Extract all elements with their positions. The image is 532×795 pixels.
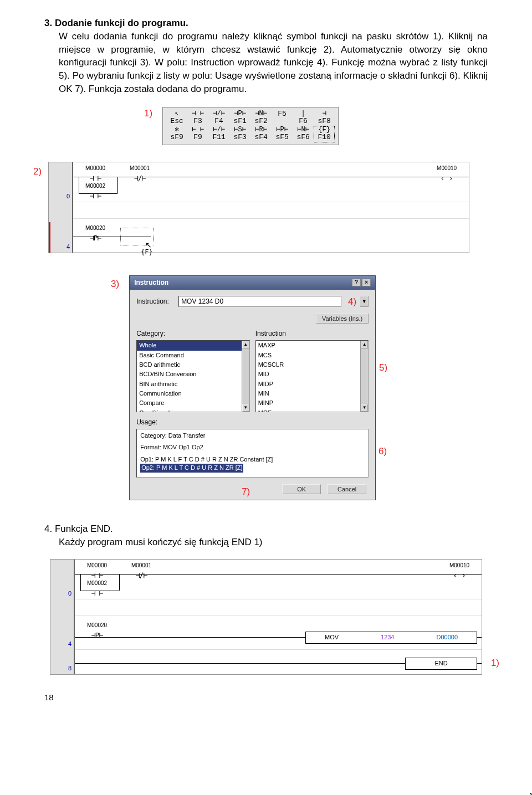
category-list[interactable]: Whole Basic Command BCD arithmetic BCD/B… (136, 340, 250, 412)
instruction-dialog: Instruction ? × Instruction: 4) ▼ Variab… (129, 275, 376, 500)
tb-btn-f9[interactable]: ⊢ ⊢F9 (187, 126, 208, 142)
annotation-2: 2) (33, 165, 42, 178)
tb-btn-f4[interactable]: ⊣/⊢F4 (208, 110, 229, 126)
section-title: 3. Dodanie funkcji do programu. (44, 18, 188, 28)
annotation-1b: 1) (491, 656, 499, 670)
annotation-6: 6) (378, 445, 387, 458)
contact-no[interactable]: M00000⊣ ⊢ (79, 165, 112, 183)
usage-label: Usage: (136, 418, 369, 427)
tb-btn-f5[interactable]: F5 (272, 110, 293, 126)
scrollbar[interactable]: ▲▼ (242, 341, 249, 412)
tb-btn-sf5[interactable]: ⊢P⊢sF5 (272, 126, 293, 142)
list-item[interactable]: Compare (137, 398, 249, 408)
list-item[interactable]: Communication (137, 389, 249, 398)
edit-marker (49, 222, 50, 253)
tb-btn-f6[interactable]: |F6 (293, 110, 314, 126)
mov-function[interactable]: MOV 1234 D00000 (305, 632, 477, 644)
section-body: W celu dodania funkcji do programu należ… (59, 30, 488, 96)
rung-number: 4 (49, 222, 73, 253)
f-label: {F} (141, 248, 153, 257)
tb-btn-f3[interactable]: ⊣ ⊢F3 (187, 110, 208, 126)
output-coil[interactable]: M00010‹ › (430, 165, 463, 183)
scrollbar[interactable]: ▲▼ (360, 341, 368, 412)
category-label: Category: (136, 329, 250, 338)
rung-body[interactable]: M00000⊣ ⊢ M00001⊣∕⊢ M00002⊣ ⊢ M00010‹ › (75, 560, 482, 599)
instruction-list[interactable]: MAXP MCS MCSCLR MID MIDP MIN MINP MOF MO… (255, 340, 369, 412)
tb-btn-sf6[interactable]: ⊢N⊢sF6 (293, 126, 314, 142)
tb-btn-sf3[interactable]: ⊢S⊢sF3 (229, 126, 250, 142)
rung-number: 8 (50, 650, 75, 674)
usage-line: Category: Data Transfer (140, 432, 365, 440)
list-item[interactable]: MCS (256, 351, 369, 360)
contact-p[interactable]: M00020⊣P⊢ (79, 224, 112, 243)
tb-btn-sf8[interactable]: ⊣sF8 (314, 110, 335, 126)
rung-body[interactable] (73, 202, 469, 219)
instruction-input[interactable] (178, 296, 341, 307)
annotation-1: 1) (144, 107, 152, 120)
list-item[interactable]: Conditional jump (137, 408, 249, 412)
list-item[interactable]: MINP (256, 398, 369, 408)
list-item[interactable]: Whole (137, 341, 249, 350)
list-item[interactable]: MAXP (256, 341, 369, 350)
rung-body[interactable]: M00020⊣P⊢ ↖ {F} (73, 222, 469, 253)
shortcut-toolbar: ↖Esc ⊣ ⊢F3 ⊣/⊢F4 ⊣P⊢sF1 ⊣N⊢sF2 F5 |F6 ⊣s… (162, 107, 339, 145)
list-item[interactable]: Basic Command (137, 351, 249, 360)
ladder-editor-2[interactable]: 0 M00000⊣ ⊢ M00001⊣∕⊢ M00002⊣ ⊢ M00010‹ … (48, 162, 469, 253)
annotation-4: 4) (348, 295, 356, 309)
usage-box: Category: Data Transfer Format: MOV Op1 … (136, 429, 369, 478)
rung-blank (50, 599, 75, 619)
annotation-5: 5) (379, 361, 387, 375)
dialog-title-text: Instruction (134, 278, 168, 288)
list-item[interactable]: BCD arithmetic (137, 360, 249, 370)
close-button[interactable]: × (362, 279, 371, 286)
tb-btn-esc[interactable]: ↖Esc (166, 110, 187, 126)
section4-body: Każdy program musi kończyć się funkcją E… (59, 536, 488, 549)
contact-nc[interactable]: M00001⊣∕⊢ (123, 165, 156, 183)
dialog-titlebar[interactable]: Instruction ? × (130, 276, 375, 290)
rung-number: 0 (49, 162, 73, 202)
tb-btn-f11[interactable]: ⊢/⊢F11 (208, 126, 229, 142)
func-op: MOV (325, 633, 339, 642)
contact-no[interactable]: M00002⊣ ⊢ (80, 579, 114, 598)
instruction-label: Instruction: (136, 297, 175, 306)
tb-btn-sf1[interactable]: ⊣P⊢sF1 (229, 110, 250, 126)
scroll-up-icon[interactable]: ▲ (242, 341, 249, 348)
section4-title: 4. Funkcja END. (44, 522, 488, 536)
list-item[interactable]: MIN (256, 389, 369, 398)
list-item[interactable]: BIN arithmetic (137, 379, 249, 389)
end-function[interactable]: END (405, 658, 477, 670)
ok-button[interactable]: OK (282, 484, 321, 494)
tb-btn-sf9[interactable]: ✻sF9 (166, 126, 187, 142)
rung-number: 0 (50, 560, 75, 599)
contact-p[interactable]: M00020⊣P⊢ (80, 622, 114, 640)
annotation-3: 3) (111, 278, 119, 291)
output-coil[interactable]: M00010‹ › (443, 562, 476, 581)
list-item[interactable]: BCD/BIN Conversion (137, 370, 249, 379)
rung-body[interactable]: M00000⊣ ⊢ M00001⊣∕⊢ M00002⊣ ⊢ M00010‹ › (73, 162, 469, 202)
contact-no[interactable]: M00000⊣ ⊢ (80, 562, 114, 581)
scroll-down-icon[interactable]: ▼ (242, 404, 249, 412)
scroll-down-icon[interactable]: ▼ (361, 404, 368, 412)
cancel-button[interactable]: Cancel (328, 484, 366, 494)
list-item[interactable]: MIDP (256, 379, 369, 389)
dropdown-button[interactable]: ▼ (360, 296, 369, 307)
list-item[interactable]: MOF (256, 408, 369, 412)
rung-body[interactable]: END (75, 650, 482, 674)
usage-line: Format: MOV Op1 Op2 (140, 443, 365, 452)
tb-btn-sf4[interactable]: ⊢R⊢sF4 (250, 126, 272, 142)
contact-nc[interactable]: M00001⊣∕⊢ (125, 562, 158, 581)
tb-btn-sf2[interactable]: ⊣N⊢sF2 (250, 110, 272, 126)
rung-body[interactable]: M00020⊣P⊢ MOV 1234 D00000 (75, 619, 482, 650)
scroll-up-icon[interactable]: ▲ (361, 341, 368, 348)
ladder-editor-final[interactable]: 0 M00000⊣ ⊢ M00001⊣∕⊢ M00002⊣ ⊢ M00010‹ … (50, 559, 482, 675)
instruction-list-label: Instruction (255, 329, 369, 338)
rung-number: 4 (50, 619, 75, 650)
tb-btn-f10-function[interactable]: {F}F10↖ (314, 126, 335, 142)
func-arg2: D00000 (436, 633, 458, 642)
list-item[interactable]: MCSCLR (256, 360, 369, 370)
list-item[interactable]: MID (256, 370, 369, 379)
contact-no[interactable]: M00002⊣ ⊢ (79, 182, 112, 201)
variables-button[interactable]: Variables (Ins.) (316, 314, 369, 324)
help-button[interactable]: ? (352, 279, 361, 286)
rung-body[interactable] (75, 599, 482, 616)
